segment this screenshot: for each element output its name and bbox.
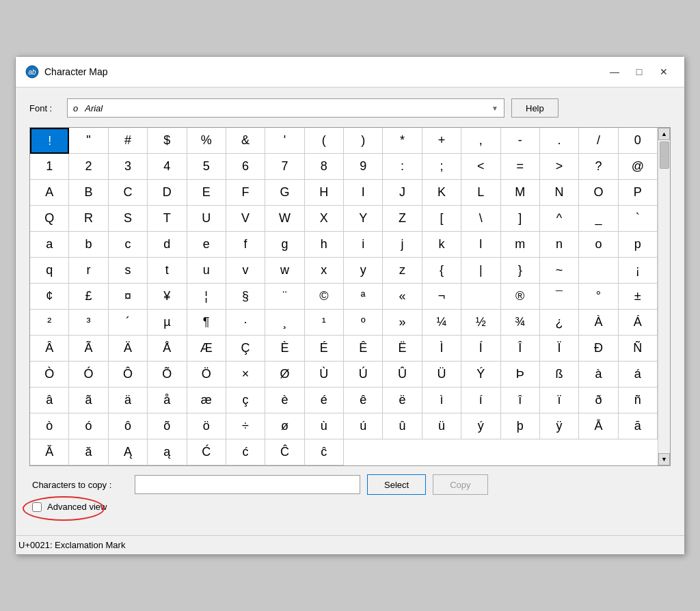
char-cell[interactable]: ¢ — [30, 284, 69, 310]
char-cell[interactable]: þ — [501, 413, 540, 439]
char-cell[interactable]: í — [461, 388, 500, 413]
char-cell[interactable]: È — [265, 336, 304, 362]
char-cell[interactable]: ² — [30, 310, 69, 336]
char-cell[interactable]: " — [69, 128, 108, 154]
char-cell[interactable]: u — [187, 258, 226, 284]
char-cell[interactable]: Ĉ — [265, 439, 304, 465]
char-cell[interactable]: | — [461, 258, 500, 284]
char-cell[interactable]: F — [226, 180, 265, 206]
char-cell[interactable]: å — [148, 388, 187, 413]
char-cell[interactable]: j — [383, 232, 422, 258]
char-cell[interactable]: ă — [69, 439, 108, 465]
char-cell[interactable]: M — [501, 180, 540, 206]
char-cell[interactable]: ë — [383, 388, 422, 413]
char-cell[interactable]: Ð — [579, 336, 618, 362]
char-cell[interactable]: © — [305, 284, 344, 310]
char-cell[interactable]: * — [383, 128, 422, 154]
char-cell[interactable]: ß — [540, 362, 579, 388]
char-cell[interactable]: á — [619, 362, 658, 388]
char-cell[interactable]: I — [344, 180, 383, 206]
char-cell[interactable]: É — [305, 336, 344, 362]
char-cell[interactable]: ì — [422, 388, 461, 413]
char-cell[interactable]: i — [344, 232, 383, 258]
char-cell[interactable]: £ — [69, 284, 108, 310]
char-cell[interactable]: ¡ — [619, 258, 658, 284]
char-cell[interactable]: y — [344, 258, 383, 284]
char-cell[interactable]: ¬ — [422, 284, 461, 310]
char-cell[interactable]: X — [305, 206, 344, 232]
char-cell[interactable]: Ì — [422, 336, 461, 362]
char-cell[interactable]: c — [109, 232, 148, 258]
char-cell[interactable]: ú — [344, 413, 383, 439]
char-cell[interactable]: ¾ — [501, 310, 540, 336]
char-cell[interactable]: h — [305, 232, 344, 258]
char-cell[interactable]: ; — [422, 154, 461, 180]
char-cell[interactable]: a — [30, 232, 69, 258]
scroll-up-button[interactable]: ▲ — [658, 128, 670, 140]
char-cell[interactable]: A — [30, 180, 69, 206]
char-cell[interactable]: Y — [344, 206, 383, 232]
char-cell[interactable]: 5 — [187, 154, 226, 180]
scroll-thumb[interactable] — [660, 141, 669, 169]
minimize-button[interactable]: — — [604, 64, 625, 80]
copy-input[interactable] — [135, 475, 360, 494]
char-cell[interactable]: Ï — [540, 336, 579, 362]
char-cell[interactable]: ¹ — [305, 310, 344, 336]
char-cell[interactable]: b — [69, 232, 108, 258]
char-cell[interactable]: Ã — [69, 336, 108, 362]
char-cell[interactable]: \ — [461, 206, 500, 232]
char-cell[interactable]: ' — [265, 128, 304, 154]
char-cell[interactable]: Ā — [579, 413, 618, 439]
char-cell[interactable]: ĉ — [305, 439, 344, 465]
char-cell[interactable]: Ò — [30, 362, 69, 388]
char-cell[interactable]: » — [383, 310, 422, 336]
char-cell[interactable]: ­ — [461, 284, 500, 310]
char-cell[interactable]: Ü — [422, 362, 461, 388]
char-cell[interactable]: - — [501, 128, 540, 154]
char-cell[interactable]: Ä — [109, 336, 148, 362]
char-cell[interactable]: Ú — [344, 362, 383, 388]
char-cell[interactable]: [ — [422, 206, 461, 232]
char-cell[interactable]: â — [30, 388, 69, 413]
char-cell[interactable]: ` — [619, 206, 658, 232]
char-cell[interactable]: $ — [148, 128, 187, 154]
char-cell[interactable]: Ă — [30, 439, 69, 465]
char-cell[interactable]: C — [109, 180, 148, 206]
char-cell[interactable]: ¦ — [187, 284, 226, 310]
char-cell[interactable]: ÿ — [540, 413, 579, 439]
char-cell[interactable]: ¤ — [109, 284, 148, 310]
char-cell[interactable]: ö — [187, 413, 226, 439]
char-cell[interactable]: ã — [69, 388, 108, 413]
char-cell[interactable]: ó — [69, 413, 108, 439]
char-cell[interactable]: G — [265, 180, 304, 206]
char-cell[interactable]: Þ — [501, 362, 540, 388]
char-cell[interactable]: ¸ — [265, 310, 304, 336]
close-button[interactable]: ✕ — [653, 64, 675, 80]
char-cell[interactable]: K — [422, 180, 461, 206]
char-cell[interactable]: . — [540, 128, 579, 154]
maximize-button[interactable]: □ — [628, 64, 650, 80]
char-cell[interactable]: + — [422, 128, 461, 154]
char-cell[interactable]: õ — [148, 413, 187, 439]
select-button[interactable]: Select — [367, 474, 426, 495]
char-cell[interactable]: m — [501, 232, 540, 258]
char-cell[interactable]: Ç — [226, 336, 265, 362]
char-cell[interactable]: H — [305, 180, 344, 206]
char-cell[interactable]: _ — [579, 206, 618, 232]
char-cell[interactable]: Ñ — [619, 336, 658, 362]
char-cell[interactable]: è — [265, 388, 304, 413]
char-cell[interactable]: U — [187, 206, 226, 232]
char-cell[interactable]: « — [383, 284, 422, 310]
char-cell[interactable]: ç — [226, 388, 265, 413]
char-cell[interactable]: ï — [540, 388, 579, 413]
char-cell[interactable]: î — [501, 388, 540, 413]
char-cell[interactable]: 4 — [148, 154, 187, 180]
char-cell[interactable]: R — [69, 206, 108, 232]
char-cell[interactable]: ³ — [69, 310, 108, 336]
scroll-down-button[interactable]: ▼ — [658, 453, 670, 465]
char-cell[interactable]: g — [265, 232, 304, 258]
char-cell[interactable]: ā — [619, 413, 658, 439]
char-cell[interactable]: ª — [344, 284, 383, 310]
char-cell[interactable] — [579, 258, 618, 284]
char-cell[interactable]: s — [109, 258, 148, 284]
